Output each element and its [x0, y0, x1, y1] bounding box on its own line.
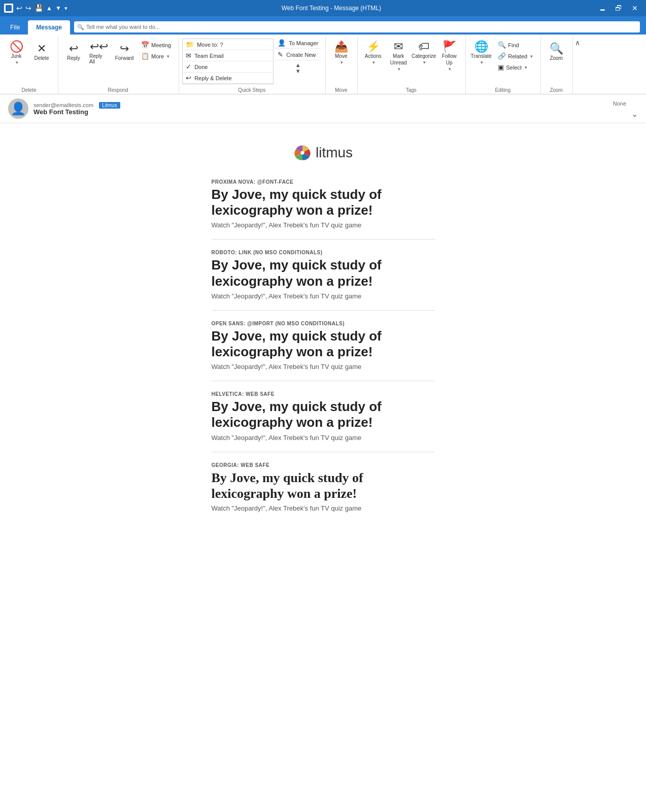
email-expand-button[interactable]: ⌄ [631, 109, 638, 119]
search-icon: 🔍 [77, 24, 84, 30]
more-icon: 📋 [141, 52, 149, 60]
font-heading-roboto: By Jove, my quick study of lexicography … [212, 257, 435, 289]
font-sections: PROXIMA NOVA: @FONT-FACE By Jove, my qui… [201, 179, 445, 522]
font-body-georgia: Watch "Jeopardy!", Alex Trebek's fun TV … [212, 504, 435, 512]
categorize-icon: 🏷 [418, 41, 429, 52]
redo-icon[interactable]: ↪ [25, 4, 31, 12]
litmus-pinwheel-icon [293, 144, 312, 162]
done-icon: ✓ [186, 63, 191, 71]
delete-button[interactable]: ✕ Delete [29, 39, 54, 65]
move-icon: 📤 [334, 41, 348, 52]
more-button[interactable]: 📋 More ▾ [138, 51, 175, 61]
ribbon-group-editing: 🌐 Translate ▾ 🔍 Find 🔗 Related ▾ [467, 37, 541, 94]
ribbon-collapse-button[interactable]: ∧ [575, 39, 580, 47]
save-icon[interactable]: 💾 [35, 4, 43, 12]
tab-file[interactable]: File [2, 20, 28, 35]
undo-icon[interactable]: ↩ [16, 4, 22, 12]
minimize-button[interactable]: 🗕 [595, 3, 609, 13]
font-label-georgia: GEORGIA: WEB SAFE [212, 462, 435, 468]
quicksteps-scroll-up[interactable]: ▲ [295, 62, 301, 68]
font-label-roboto: ROBOTO: LINK (NO MSO CONDITIONALS) [212, 250, 435, 255]
ribbon-group-zoom: 🔍 Zoom Zoom [542, 37, 573, 94]
reply-all-button[interactable]: ↩↩ Reply All [87, 39, 111, 67]
window-title: Web Font Testing - Message (HTML) [282, 5, 381, 12]
email-meta: sender@emailtests.com Litmus Web Font Te… [33, 102, 608, 116]
font-label-helvetica: HELVETICA: WEB SAFE [212, 391, 435, 397]
meeting-icon: 📅 [141, 41, 149, 49]
close-button[interactable]: ✕ [628, 3, 642, 13]
outlook-icon [4, 4, 13, 13]
font-section-opensans: OPEN SANS: @IMPORT (NO MSO CONDITIONALS)… [212, 321, 435, 381]
find-button[interactable]: 🔍 Find [494, 40, 536, 50]
reply-button[interactable]: ↩ Reply [61, 39, 86, 65]
reply-icon: ↩ [69, 43, 78, 54]
reply-all-icon: ↩↩ [90, 41, 108, 52]
select-button[interactable]: ▣ Select ▾ [494, 62, 536, 73]
up-arrow-icon[interactable]: ▲ [46, 5, 52, 12]
svg-point-0 [300, 151, 304, 154]
forward-button[interactable]: ↪ Forward [112, 39, 137, 65]
follow-up-icon: 🚩 [443, 41, 456, 52]
font-body-helvetica: Watch "Jeopardy!", Alex Trebek's fun TV … [212, 434, 435, 442]
meeting-button[interactable]: 📅 Meeting [138, 40, 175, 50]
to-manager-icon: 👤 [278, 39, 286, 47]
zoom-button[interactable]: 🔍 Zoom [544, 39, 568, 65]
title-bar-controls: 🗕 🗗 ✕ [595, 3, 642, 13]
customize-icon[interactable]: ▾ [64, 5, 67, 12]
litmus-logo: litmus [0, 139, 646, 167]
avatar-icon: 👤 [11, 101, 26, 116]
font-heading-helvetica: By Jove, my quick study of lexicography … [212, 399, 435, 430]
find-icon: 🔍 [498, 41, 506, 49]
font-body-proxima: Watch "Jeopardy!", Alex Trebek's fun TV … [212, 221, 435, 229]
actions-icon: ⚡ [366, 41, 380, 52]
search-bar[interactable]: 🔍 Tell me what you want to do... [74, 21, 640, 32]
zoom-icon: 🔍 [550, 43, 563, 54]
ribbon-row: 🚫 Junk ▾ ✕ Delete Delete ↩ Reply ↩↩ [0, 35, 646, 94]
qs-reply-delete[interactable]: ↩ Reply & Delete [183, 73, 273, 84]
font-body-roboto: Watch "Jeopardy!", Alex Trebek's fun TV … [212, 292, 435, 300]
font-section-helvetica: HELVETICA: WEB SAFE By Jove, my quick st… [212, 391, 435, 452]
junk-button[interactable]: 🚫 Junk ▾ [4, 39, 28, 67]
ribbon: 🚫 Junk ▾ ✕ Delete Delete ↩ Reply ↩↩ [0, 35, 646, 94]
font-heading-proxima: By Jove, my quick study of lexicography … [212, 187, 435, 218]
qs-to-manager[interactable]: 👤 To Manager [275, 38, 321, 49]
font-section-roboto: ROBOTO: LINK (NO MSO CONDITIONALS) By Jo… [212, 250, 435, 310]
title-bar: ↩ ↪ 💾 ▲ ▼ ▾ Web Font Testing - Message (… [0, 0, 646, 16]
junk-icon: 🚫 [10, 41, 23, 52]
qs-create-new[interactable]: ✎ Create New [275, 49, 321, 60]
forward-icon: ↪ [120, 43, 129, 54]
tab-message[interactable]: Message [28, 20, 70, 35]
ribbon-group-delete: 🚫 Junk ▾ ✕ Delete Delete [2, 37, 58, 94]
avatar: 👤 [8, 98, 28, 119]
qs-moveto[interactable]: 📁 Move to: ? [183, 39, 273, 50]
email-none-label: None [613, 98, 626, 107]
move-button[interactable]: 📤 Move ▾ [329, 39, 353, 67]
ribbon-group-move: 📤 Move ▾ Move [327, 37, 358, 94]
qs-team-email[interactable]: ✉ Team Email [183, 50, 273, 61]
translate-button[interactable]: 🌐 Translate ▾ [469, 39, 493, 67]
down-arrow-icon[interactable]: ▼ [55, 5, 61, 12]
mark-unread-icon: ✉ [394, 41, 403, 52]
qs-done[interactable]: ✓ Done [183, 61, 273, 73]
ribbon-group-tags: ⚡ Actions ▾ ✉ Mark Unread ▾ 🏷 Categorize… [359, 37, 466, 94]
select-icon: ▣ [498, 63, 504, 71]
restore-button[interactable]: 🗗 [611, 3, 626, 13]
follow-up-button[interactable]: 🚩 Follow Up ▾ [437, 39, 461, 74]
quicksteps-scroll-down[interactable]: ▼ [295, 68, 301, 74]
email-from: sender@emailtests.com Litmus [33, 102, 608, 108]
mark-unread-button[interactable]: ✉ Mark Unread ▾ [386, 39, 411, 74]
search-input[interactable]: Tell me what you want to do... [86, 24, 160, 30]
font-heading-georgia: By Jove, my quick study of lexicography … [212, 470, 435, 501]
related-button[interactable]: 🔗 Related ▾ [494, 51, 536, 61]
reply-delete-icon: ↩ [186, 74, 191, 82]
ribbon-group-quicksteps: 📁 Move to: ? ✉ Team Email ✓ Done ↩ Reply… [180, 37, 326, 94]
create-new-icon: ✎ [278, 51, 283, 58]
font-section-georgia: GEORGIA: WEB SAFE By Jove, my quick stud… [212, 462, 435, 522]
translate-icon: 🌐 [474, 41, 488, 52]
actions-button[interactable]: ⚡ Actions ▾ [361, 39, 385, 67]
email-body: litmus PROXIMA NOVA: @FONT-FACE By Jove,… [0, 123, 646, 812]
font-section-proxima: PROXIMA NOVA: @FONT-FACE By Jove, my qui… [212, 179, 435, 240]
quicksteps-panel: 📁 Move to: ? ✉ Team Email ✓ Done ↩ Reply… [182, 39, 274, 84]
font-body-opensans: Watch "Jeopardy!", Alex Trebek's fun TV … [212, 363, 435, 370]
categorize-button[interactable]: 🏷 Categorize ▾ [412, 39, 436, 67]
